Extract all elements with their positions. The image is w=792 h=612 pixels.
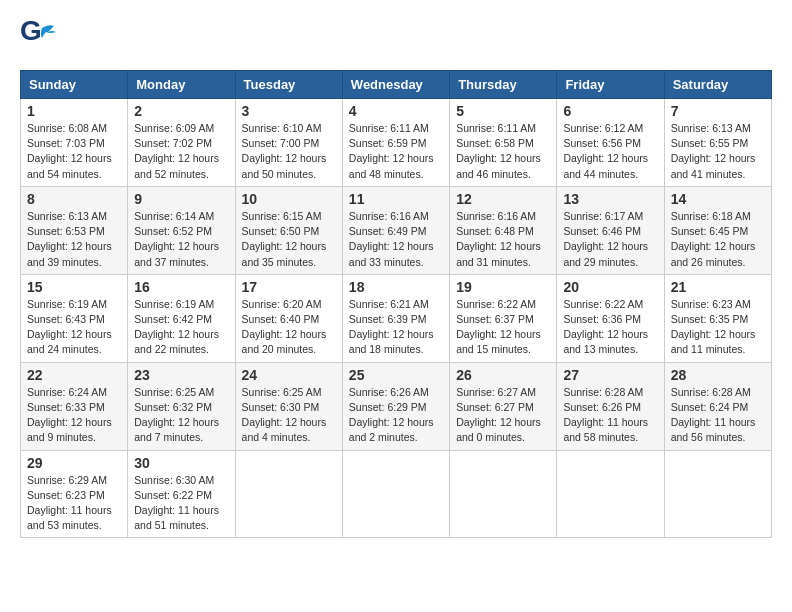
day-info: Sunrise: 6:29 AM Sunset: 6:23 PM Dayligh… (27, 473, 121, 534)
sunset-time: 7:02 PM (173, 137, 212, 149)
sunrise-label: Sunrise: (27, 474, 68, 486)
day-number: 7 (671, 103, 765, 119)
sunrise-label: Sunrise: (563, 386, 604, 398)
daylight-label: Daylight: 12 hours and 35 minutes. (242, 240, 327, 267)
day-number: 25 (349, 367, 443, 383)
calendar-cell: 22 Sunrise: 6:24 AM Sunset: 6:33 PM Dayl… (21, 362, 128, 450)
sunset-time: 6:23 PM (66, 489, 105, 501)
day-info: Sunrise: 6:12 AM Sunset: 6:56 PM Dayligh… (563, 121, 657, 182)
day-info: Sunrise: 6:15 AM Sunset: 6:50 PM Dayligh… (242, 209, 336, 270)
day-info: Sunrise: 6:22 AM Sunset: 6:37 PM Dayligh… (456, 297, 550, 358)
calendar-cell (342, 450, 449, 538)
day-number: 8 (27, 191, 121, 207)
column-header-saturday: Saturday (664, 71, 771, 99)
sunrise-label: Sunrise: (134, 210, 175, 222)
calendar-cell (664, 450, 771, 538)
sunrise-label: Sunrise: (27, 298, 68, 310)
sunrise-label: Sunrise: (27, 386, 68, 398)
sunset-time: 6:33 PM (66, 401, 105, 413)
daylight-label: Daylight: 12 hours and 31 minutes. (456, 240, 541, 267)
day-info: Sunrise: 6:23 AM Sunset: 6:35 PM Dayligh… (671, 297, 765, 358)
calendar-cell: 3 Sunrise: 6:10 AM Sunset: 7:00 PM Dayli… (235, 99, 342, 187)
sunrise-time: 6:13 AM (68, 210, 107, 222)
daylight-label: Daylight: 12 hours and 48 minutes. (349, 152, 434, 179)
day-info: Sunrise: 6:13 AM Sunset: 6:55 PM Dayligh… (671, 121, 765, 182)
sunset-label: Sunset: (563, 313, 602, 325)
calendar-table: SundayMondayTuesdayWednesdayThursdayFrid… (20, 70, 772, 538)
calendar-cell: 26 Sunrise: 6:27 AM Sunset: 6:27 PM Dayl… (450, 362, 557, 450)
sunrise-time: 6:26 AM (390, 386, 429, 398)
sunset-label: Sunset: (134, 313, 173, 325)
calendar-cell: 9 Sunrise: 6:14 AM Sunset: 6:52 PM Dayli… (128, 186, 235, 274)
day-number: 20 (563, 279, 657, 295)
day-info: Sunrise: 6:28 AM Sunset: 6:24 PM Dayligh… (671, 385, 765, 446)
sunset-label: Sunset: (134, 225, 173, 237)
daylight-label: Daylight: 12 hours and 20 minutes. (242, 328, 327, 355)
sunrise-time: 6:24 AM (68, 386, 107, 398)
sunrise-time: 6:15 AM (283, 210, 322, 222)
day-info: Sunrise: 6:22 AM Sunset: 6:36 PM Dayligh… (563, 297, 657, 358)
sunrise-time: 6:13 AM (712, 122, 751, 134)
sunset-label: Sunset: (456, 313, 495, 325)
calendar-cell (450, 450, 557, 538)
sunset-label: Sunset: (349, 313, 388, 325)
day-info: Sunrise: 6:28 AM Sunset: 6:26 PM Dayligh… (563, 385, 657, 446)
sunset-time: 6:56 PM (602, 137, 641, 149)
sunset-time: 6:35 PM (709, 313, 748, 325)
daylight-label: Daylight: 12 hours and 18 minutes. (349, 328, 434, 355)
sunset-label: Sunset: (456, 137, 495, 149)
sunset-label: Sunset: (134, 137, 173, 149)
day-number: 18 (349, 279, 443, 295)
sunset-time: 6:49 PM (387, 225, 426, 237)
sunrise-time: 6:16 AM (390, 210, 429, 222)
calendar-cell: 20 Sunrise: 6:22 AM Sunset: 6:36 PM Dayl… (557, 274, 664, 362)
sunrise-time: 6:12 AM (605, 122, 644, 134)
logo: G (20, 20, 64, 60)
sunset-label: Sunset: (27, 137, 66, 149)
day-info: Sunrise: 6:19 AM Sunset: 6:42 PM Dayligh… (134, 297, 228, 358)
day-number: 22 (27, 367, 121, 383)
sunrise-time: 6:11 AM (390, 122, 429, 134)
day-number: 26 (456, 367, 550, 383)
daylight-label: Daylight: 12 hours and 11 minutes. (671, 328, 756, 355)
column-header-monday: Monday (128, 71, 235, 99)
sunrise-time: 6:17 AM (605, 210, 644, 222)
sunrise-label: Sunrise: (134, 298, 175, 310)
sunset-time: 6:46 PM (602, 225, 641, 237)
calendar-cell: 25 Sunrise: 6:26 AM Sunset: 6:29 PM Dayl… (342, 362, 449, 450)
sunrise-time: 6:28 AM (712, 386, 751, 398)
sunset-label: Sunset: (27, 489, 66, 501)
daylight-label: Daylight: 12 hours and 26 minutes. (671, 240, 756, 267)
calendar-cell: 7 Sunrise: 6:13 AM Sunset: 6:55 PM Dayli… (664, 99, 771, 187)
calendar-cell: 5 Sunrise: 6:11 AM Sunset: 6:58 PM Dayli… (450, 99, 557, 187)
sunset-label: Sunset: (671, 225, 710, 237)
day-info: Sunrise: 6:21 AM Sunset: 6:39 PM Dayligh… (349, 297, 443, 358)
svg-text:G: G (20, 20, 42, 46)
sunset-label: Sunset: (349, 225, 388, 237)
daylight-label: Daylight: 12 hours and 37 minutes. (134, 240, 219, 267)
sunrise-label: Sunrise: (349, 122, 390, 134)
daylight-label: Daylight: 11 hours and 51 minutes. (134, 504, 219, 531)
sunset-time: 6:24 PM (709, 401, 748, 413)
sunrise-label: Sunrise: (349, 386, 390, 398)
sunrise-time: 6:08 AM (68, 122, 107, 134)
daylight-label: Daylight: 12 hours and 4 minutes. (242, 416, 327, 443)
sunset-time: 6:43 PM (66, 313, 105, 325)
calendar-week-row: 15 Sunrise: 6:19 AM Sunset: 6:43 PM Dayl… (21, 274, 772, 362)
sunset-label: Sunset: (349, 137, 388, 149)
day-number: 24 (242, 367, 336, 383)
day-number: 10 (242, 191, 336, 207)
sunrise-label: Sunrise: (671, 386, 712, 398)
sunset-time: 6:36 PM (602, 313, 641, 325)
calendar-cell: 4 Sunrise: 6:11 AM Sunset: 6:59 PM Dayli… (342, 99, 449, 187)
sunrise-time: 6:18 AM (712, 210, 751, 222)
day-number: 11 (349, 191, 443, 207)
daylight-label: Daylight: 12 hours and 15 minutes. (456, 328, 541, 355)
sunset-time: 7:03 PM (66, 137, 105, 149)
sunset-time: 7:00 PM (280, 137, 319, 149)
sunset-time: 6:40 PM (280, 313, 319, 325)
daylight-label: Daylight: 12 hours and 9 minutes. (27, 416, 112, 443)
sunrise-label: Sunrise: (27, 210, 68, 222)
daylight-label: Daylight: 12 hours and 46 minutes. (456, 152, 541, 179)
daylight-label: Daylight: 12 hours and 22 minutes. (134, 328, 219, 355)
